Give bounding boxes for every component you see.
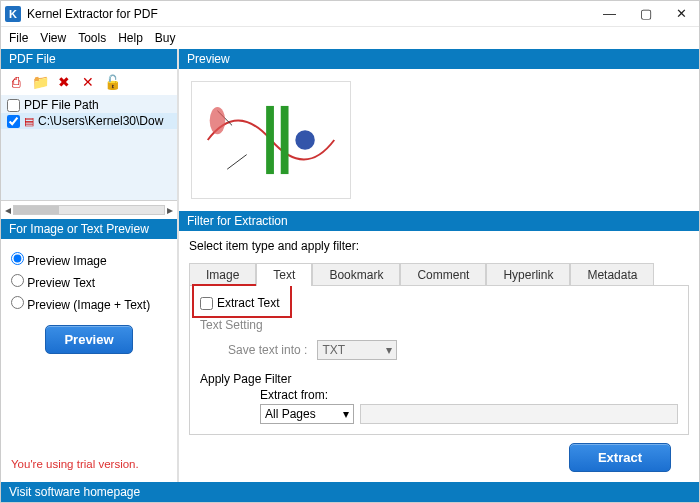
save-text-into-label: Save text into : bbox=[228, 343, 307, 357]
file-row[interactable]: ▤ C:\Users\Kernel30\Dow bbox=[1, 113, 177, 129]
extract-from-label: Extract from: bbox=[200, 388, 678, 404]
menu-buy[interactable]: Buy bbox=[155, 31, 176, 45]
window-title: Kernel Extractor for PDF bbox=[27, 7, 158, 21]
opt-preview-text[interactable]: Preview Text bbox=[11, 271, 167, 293]
column-header: PDF File Path bbox=[24, 98, 99, 112]
remove-file-icon[interactable]: ✖ bbox=[55, 73, 73, 91]
text-setting-label: Text Setting bbox=[200, 316, 678, 338]
save-format-select: TXT▾ bbox=[317, 340, 397, 360]
menu-file[interactable]: File bbox=[9, 31, 28, 45]
add-file-icon[interactable]: ⎙ bbox=[7, 73, 25, 91]
horizontal-scrollbar[interactable]: ◂ ▸ bbox=[1, 201, 177, 219]
menubar: File View Tools Help Buy bbox=[1, 27, 699, 49]
file-toolbar: ⎙ 📁 ✖ ✕ 🔓 bbox=[1, 69, 177, 95]
select-all-checkbox[interactable] bbox=[7, 99, 20, 112]
preview-area bbox=[179, 69, 699, 211]
opt-preview-image[interactable]: Preview Image bbox=[11, 249, 167, 271]
page-range-input bbox=[360, 404, 678, 424]
clear-icon[interactable]: ✕ bbox=[79, 73, 97, 91]
menu-view[interactable]: View bbox=[40, 31, 66, 45]
extract-text-checkbox[interactable] bbox=[200, 297, 213, 310]
scroll-left-icon[interactable]: ◂ bbox=[5, 203, 11, 217]
diagram-icon bbox=[198, 88, 344, 192]
page-filter-label: Apply Page Filter bbox=[200, 372, 678, 388]
pdf-file-header: PDF File bbox=[1, 49, 177, 69]
chevron-down-icon: ▾ bbox=[386, 343, 392, 357]
tab-text[interactable]: Text bbox=[256, 263, 312, 286]
file-path: C:\Users\Kernel30\Dow bbox=[38, 114, 163, 128]
filter-tabs: Image Text Bookmark Comment Hyperlink Me… bbox=[189, 263, 689, 286]
preview-options-header: For Image or Text Preview bbox=[1, 219, 177, 239]
menu-help[interactable]: Help bbox=[118, 31, 143, 45]
extract-from-select[interactable]: All Pages▾ bbox=[260, 404, 354, 424]
preview-button[interactable]: Preview bbox=[45, 325, 132, 354]
opt-preview-both[interactable]: Preview (Image + Text) bbox=[11, 293, 167, 315]
add-folder-icon[interactable]: 📁 bbox=[31, 73, 49, 91]
file-list-header-row: PDF File Path bbox=[1, 97, 177, 113]
svg-point-3 bbox=[295, 130, 314, 149]
chevron-down-icon: ▾ bbox=[343, 407, 349, 421]
tab-hyperlink[interactable]: Hyperlink bbox=[486, 263, 570, 286]
extract-button[interactable]: Extract bbox=[569, 443, 671, 472]
app-logo-icon: K bbox=[5, 6, 21, 22]
menu-tools[interactable]: Tools bbox=[78, 31, 106, 45]
pdf-icon: ▤ bbox=[24, 115, 34, 128]
preview-header: Preview bbox=[179, 49, 699, 69]
tab-bookmark[interactable]: Bookmark bbox=[312, 263, 400, 286]
extract-text-label: Extract Text bbox=[217, 296, 279, 310]
filter-header: Filter for Extraction bbox=[179, 211, 699, 231]
maximize-button[interactable]: ▢ bbox=[640, 6, 652, 21]
titlebar: K Kernel Extractor for PDF — ▢ ✕ bbox=[1, 1, 699, 27]
svg-point-4 bbox=[210, 107, 226, 134]
minimize-button[interactable]: — bbox=[603, 6, 616, 21]
unlock-icon[interactable]: 🔓 bbox=[103, 73, 121, 91]
file-list: PDF File Path ▤ C:\Users\Kernel30\Dow bbox=[1, 95, 177, 201]
footer-link[interactable]: Visit software homepage bbox=[1, 482, 699, 502]
preview-thumbnail bbox=[191, 81, 351, 199]
file-checkbox[interactable] bbox=[7, 115, 20, 128]
svg-rect-2 bbox=[281, 106, 289, 174]
tab-image[interactable]: Image bbox=[189, 263, 256, 286]
tab-metadata[interactable]: Metadata bbox=[570, 263, 654, 286]
trial-notice: You're using trial version. bbox=[1, 446, 177, 482]
svg-rect-1 bbox=[266, 106, 274, 174]
tab-comment[interactable]: Comment bbox=[400, 263, 486, 286]
text-tab-panel: Extract Text Text Setting Save text into… bbox=[189, 285, 689, 435]
scroll-right-icon[interactable]: ▸ bbox=[167, 203, 173, 217]
filter-instruction: Select item type and apply filter: bbox=[189, 237, 689, 257]
close-button[interactable]: ✕ bbox=[676, 6, 687, 21]
